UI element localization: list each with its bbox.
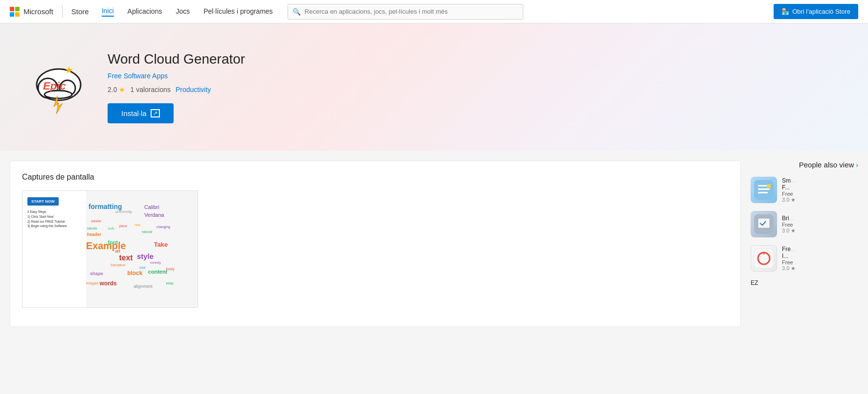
pav-header: People also view › [751, 161, 858, 169]
svg-text:stands: stands [87, 227, 97, 230]
open-store-button[interactable]: 🏪 Obri l'aplicació Store [774, 4, 858, 19]
sidebar-app-info-2: Bri... Free 3.0 ★ [782, 215, 796, 234]
main-nav: Inici Aplicacions Jocs Pel·lícules i pro… [102, 7, 273, 17]
store-app-icon: 🏪 [781, 8, 789, 15]
wc-right-panel: uniformity formatting Calibri Verdana ea… [86, 191, 198, 307]
sidebar-app-price-3: Free [782, 259, 796, 265]
sidebar-app-info-1: Sm... F... Free 3.0 ★ [782, 177, 796, 203]
sidebar-app-subname-1: F... [782, 184, 796, 191]
svg-rect-41 [767, 184, 771, 188]
svg-text:natural: natural [142, 230, 153, 233]
app-icon: ★ Epic [29, 58, 88, 116]
screenshot-image: START NOW 3 Easy Steps: 1) Click 'Start … [22, 190, 198, 308]
svg-text:use: use [139, 265, 146, 270]
svg-text:alignment: alignment [134, 284, 153, 289]
sidebar-app-name-1: Sm... [782, 177, 796, 184]
sidebar-app-item-2[interactable]: Bri... Free 3.0 ★ [751, 211, 858, 237]
svg-rect-39 [758, 188, 770, 190]
sidebar-app-item-3[interactable]: Fre... I... Free 3.0 ★ [751, 245, 858, 272]
sidebar-app-price-1: Free [782, 191, 796, 197]
nav-pellicules[interactable]: Pel·lícules i programes [203, 7, 273, 16]
sidebar-app-rating-3: 3.0 ★ [782, 265, 796, 272]
svg-text:keep: keep [166, 281, 174, 285]
sidebar-app-subname-3: I... [782, 253, 796, 259]
svg-rect-38 [758, 185, 767, 186]
ratings-count: 1 valoracions [130, 86, 171, 93]
sidebar-app-rating-2: 3.0 ★ [782, 228, 796, 234]
svg-text:text: text [119, 254, 133, 262]
app-title: Word Cloud Generator [108, 51, 839, 67]
svg-text:place: place [119, 224, 127, 228]
svg-text:Epic: Epic [43, 80, 66, 92]
svg-text:shape: shape [90, 271, 103, 276]
hero-meta: 2.0 ★ 1 valoracions Productivity [108, 86, 839, 93]
sidebar-app-name-2: Bri... [782, 215, 796, 222]
microsoft-label: Microsoft [23, 7, 53, 16]
hero-info: Word Cloud Generator Free Software Apps … [108, 51, 839, 123]
svg-text:style: style [137, 253, 154, 260]
sidebar-app-item-4[interactable]: EZ [751, 279, 858, 286]
open-store-label: Obri l'aplicació Store [792, 8, 850, 15]
search-input[interactable] [288, 4, 523, 20]
screenshots-section: Captures de pantalla START NOW 3 Easy St… [10, 161, 741, 327]
pav-label: People also view [799, 161, 854, 169]
sidebar: People also view › Sm... F... [751, 161, 858, 294]
category-link[interactable]: Productivity [176, 86, 211, 93]
word-cloud-visual: START NOW 3 Easy Steps: 1) Click 'Start … [22, 191, 198, 307]
rating-value: 2.0 [108, 86, 117, 93]
svg-text:header: header [87, 232, 102, 237]
svg-text:Sansation: Sansation [111, 263, 126, 267]
sidebar-app-info-4: EZ [751, 279, 758, 286]
rating-display: 2.0 ★ [108, 86, 125, 93]
nav-jocs[interactable]: Jocs [176, 7, 190, 16]
svg-text:font: font [108, 239, 118, 245]
svg-text:Take: Take [154, 241, 168, 248]
people-also-view: People also view › Sm... F... [751, 161, 858, 286]
svg-text:block: block [127, 270, 142, 277]
store-label: Store [71, 7, 89, 16]
svg-text:sub: sub [108, 226, 114, 231]
sidebar-app-name-3: Fre... [782, 246, 796, 253]
nav-aplicacions[interactable]: Aplicacions [128, 7, 162, 16]
svg-text:art: art [115, 249, 120, 254]
search-icon: 🔍 [292, 8, 301, 16]
sidebar-app-icon-3 [751, 245, 777, 272]
word-cloud-svg: uniformity formatting Calibri Verdana ea… [86, 191, 198, 307]
svg-text:changing: changing [156, 225, 170, 229]
search-area: 🔍 [288, 4, 523, 20]
sidebar-app-item[interactable]: Sm... F... Free 3.0 ★ [751, 177, 858, 203]
header-divider [62, 6, 63, 18]
svg-text:real: real [134, 223, 140, 227]
svg-text:★: ★ [65, 65, 73, 75]
wc-steps: 3 Easy Steps: 1) Click 'Start Now' 2) Re… [27, 209, 81, 229]
sidebar-app-rating-1: 3.0 ★ [782, 197, 796, 203]
start-now-btn: START NOW [27, 197, 59, 206]
install-button[interactable]: Instal·la ↗ [108, 103, 174, 123]
wc-left-panel: START NOW 3 Easy Steps: 1) Click 'Start … [22, 191, 86, 307]
svg-text:easier: easier [91, 219, 102, 223]
external-link-icon: ↗ [151, 109, 160, 117]
install-label: Instal·la [121, 109, 147, 117]
sidebar-app-icon-2 [751, 211, 777, 237]
header: Microsoft Store Inici Aplicacions Jocs P… [0, 0, 868, 23]
microsoft-logo-icon [10, 7, 20, 17]
main-content: Captures de pantalla START NOW 3 Easy St… [0, 151, 868, 327]
svg-text:images: images [86, 281, 99, 285]
star-icon: ★ [119, 86, 125, 93]
publisher-link[interactable]: Free Software Apps [108, 72, 839, 80]
hero-section: ★ Epic Word Cloud Generator Free Softwar… [0, 23, 868, 151]
svg-text:melody: melody [150, 261, 161, 265]
sidebar-app-icon-1 [751, 177, 777, 203]
svg-rect-40 [758, 192, 768, 193]
svg-text:words: words [99, 280, 117, 287]
svg-text:content: content [148, 269, 168, 275]
nav-inici[interactable]: Inici [102, 7, 114, 17]
svg-text:Verdana: Verdana [144, 212, 165, 218]
sidebar-app-price-2: Free [782, 222, 796, 228]
svg-text:Calibri: Calibri [144, 204, 159, 210]
svg-rect-44 [754, 249, 774, 268]
pav-chevron-icon[interactable]: › [856, 161, 858, 169]
logo-area: Microsoft Store [10, 6, 89, 18]
sidebar-app-name-4: EZ [751, 279, 758, 286]
screenshots-title: Captures de pantalla [22, 173, 729, 182]
